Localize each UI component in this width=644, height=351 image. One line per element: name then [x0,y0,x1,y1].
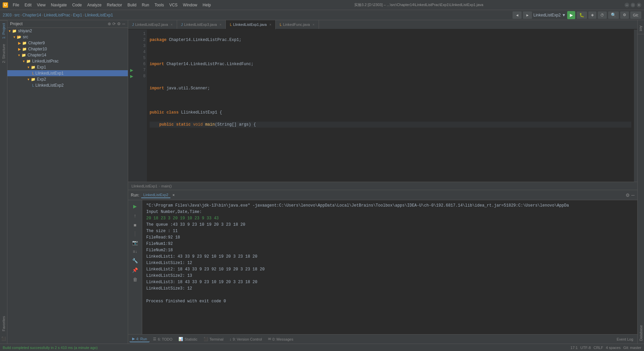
tree-item-src[interactable]: ▾ 📂 src [7,34,128,40]
coverage-button[interactable]: ◈ [588,11,596,19]
minimize-button[interactable]: ─ [625,3,629,7]
tab-close-linkedfunc[interactable]: × [313,23,315,27]
nav-back-button[interactable]: ◄ [513,11,522,19]
breadcrumb-file: LlinkedListExp1 [131,184,157,188]
run-close-output-button[interactable]: 🗑 [131,275,139,283]
nav-bc-project[interactable]: 2303 [3,13,12,17]
menu-run[interactable]: Run [140,2,151,8]
tab-linkedlistexp3[interactable]: J LinkedListExp3.java × [177,20,226,29]
left-bottom-icon[interactable]: ⬛ [0,334,7,344]
tree-item-exp1[interactable]: ▾ 📁 Exp1 [7,64,128,70]
tab-close-linkedlistexp2[interactable]: × [171,23,173,27]
menu-code[interactable]: Code [70,2,84,8]
tab-llinkedlistexp1[interactable]: L LlinkedListExp1.java × [226,20,276,30]
run-button[interactable]: ▶ [567,11,575,19]
vcs-branch[interactable]: Git: master [623,346,641,350]
run-scroll-end-button[interactable]: ≡↓ [131,248,139,255]
run-tab-linkedlistexp2[interactable]: LinkedListExp2 [141,192,170,198]
code-content[interactable]: ▶ ▶ 1 2 3 4 5 6 7 8 package Chapter14.Li… [128,30,637,182]
run-rerun-button[interactable]: ↑ [132,212,138,220]
editor-scrollbar[interactable] [634,30,637,182]
settings-button[interactable]: ⚙ [620,11,629,19]
menu-window[interactable]: Window [181,2,199,8]
run-gutter-line7[interactable]: ▶ [128,67,135,73]
run-screenshot-button[interactable]: 📷 [131,238,139,247]
debug-button[interactable]: 🐛 [577,11,587,19]
nav-bc-src[interactable]: src [14,13,20,17]
run-config-selector[interactable]: LinkedListExp2 ▼ [533,13,566,17]
menu-tools[interactable]: Tools [153,2,166,8]
project-new-file-button[interactable]: ⊕ [108,21,111,26]
run-output-line-2: 20 18 23 3 20 19 10 23 9 33 43 [146,215,633,221]
project-sync-button[interactable]: ⟳ [112,21,116,26]
menu-view[interactable]: View [35,2,48,8]
menu-file[interactable]: File [11,2,21,8]
nav-bc-exp1[interactable]: Exp1 [73,13,82,17]
code-text-area[interactable]: package Chapter14.LinkedListPrac.Exp1; i… [147,30,634,182]
menu-vcs[interactable]: VCS [167,2,180,8]
cursor-position[interactable]: 17:1 [571,346,578,350]
tree-item-linkedlistprac[interactable]: ▾ 📁 LinkedListPrac [7,58,128,64]
right-side-panel: Ant Database [637,20,644,344]
menu-edit[interactable]: Edit [22,2,34,8]
bottom-tab-messages[interactable]: ✉ 0: Messages [265,336,296,342]
menu-build[interactable]: Build [125,2,139,8]
bottom-toolbar: ▶ 4: Run ☰ 6: TODO 📊 Statistic ⬛ Termina… [128,334,637,344]
tree-item-chapter9[interactable]: ▶ 📁 Chapter9 [7,40,128,46]
run-filter-button[interactable]: 🔧 [131,257,139,265]
java-file-icon-2: L [32,84,34,87]
tab-close-linkedlistexp3[interactable]: × [220,23,222,27]
run-gutter-line8[interactable]: ▶ [128,73,135,79]
menu-navigate[interactable]: Navigate [49,2,69,8]
tree-item-shiyan2[interactable]: ▾ 📁 shiyan2 [7,28,128,34]
line-endings[interactable]: UTF-8 [580,346,591,350]
structure-panel-tab[interactable]: 2: Structure [0,41,7,66]
tree-label-linkedlistprac: LinkedListPrac [32,59,59,63]
run-output[interactable]: "C:\Program Files\Java\jdk-13\bin\java.e… [142,200,637,334]
favorites-panel-tab[interactable]: Favorites [0,313,7,334]
nav-bc-chapter14[interactable]: Chapter14 [22,13,41,17]
run-settings-button[interactable]: ⚙ [626,192,630,198]
bottom-tab-version-control[interactable]: ↕ 9: Version Control [227,337,265,342]
tab-label-llinkedlistexp1: LlinkedListExp1.java [233,23,267,27]
tree-item-llinkedlistexp2[interactable]: L LlinkedListExp2 [7,82,128,88]
tab-close-llinkedlistexp1[interactable]: × [269,23,271,27]
project-panel-tab[interactable]: 1: Project [0,20,7,41]
profile-button[interactable]: ⏱ [598,11,607,19]
nav-bc-linkedlistprac[interactable]: LinkedListPrac [44,13,70,17]
run-minimize-button[interactable]: ─ [631,192,635,198]
bottom-tab-run[interactable]: ▶ 4: Run [129,336,150,342]
bottom-tab-statistic[interactable]: 📊 Statistic [176,336,200,342]
tree-item-chapter10[interactable]: ▶ 📁 Chapter10 [7,46,128,52]
run-tab-close[interactable]: × [172,193,175,198]
menu-refactor[interactable]: Refactor [105,2,124,8]
menu-help[interactable]: Help [201,2,213,8]
nav-forward-button[interactable]: ► [523,11,532,19]
indent-settings[interactable]: 4 spaces [606,346,621,350]
bottom-tab-todo[interactable]: ☰ 6: TODO [150,336,175,342]
ant-panel-tab[interactable]: Ant [638,23,644,34]
project-close-button[interactable]: ─ [122,21,125,26]
run-output-line-3: The queue :43 33 9 23 10 19 20 3 23 18 2… [146,222,633,228]
run-stop-button[interactable]: ■ [132,221,138,229]
run-play-button[interactable]: ▶ [132,202,138,210]
bottom-tab-eventlog[interactable]: Event Log [614,337,636,342]
menu-analyze[interactable]: Analyze [85,2,104,8]
close-button[interactable]: × [637,3,641,7]
git-button[interactable]: Git: [630,11,641,19]
run-output-line-1: Input Number,Date,Time: [146,209,633,215]
tree-item-llinkedlistexp1[interactable]: L LlinkedListExp1 [7,70,128,76]
folder-expand-icon: ▾ [18,53,20,57]
tree-item-chapter14[interactable]: ▾ 📁 Chapter14 [7,52,128,58]
maximize-button[interactable]: □ [631,3,635,7]
tab-linkedfunc[interactable]: L LinkedFunc.java × [276,20,319,29]
nav-bc-file[interactable]: LlinkedListExp1 [85,13,113,17]
database-panel-tab[interactable]: Database [638,322,644,344]
bottom-tab-terminal[interactable]: ⬛ Terminal [201,336,226,342]
tab-linkedlistexp2[interactable]: J LinkedListExp2.java × [128,20,177,29]
project-panel-title: Project [10,21,108,26]
project-settings-button[interactable]: ⚙ [117,21,121,26]
tree-item-exp2[interactable]: ▾ 📁 Exp2 [7,76,128,82]
run-pin-button[interactable]: 📌 [131,266,139,274]
search-everywhere-button[interactable]: 🔍 [608,11,619,19]
